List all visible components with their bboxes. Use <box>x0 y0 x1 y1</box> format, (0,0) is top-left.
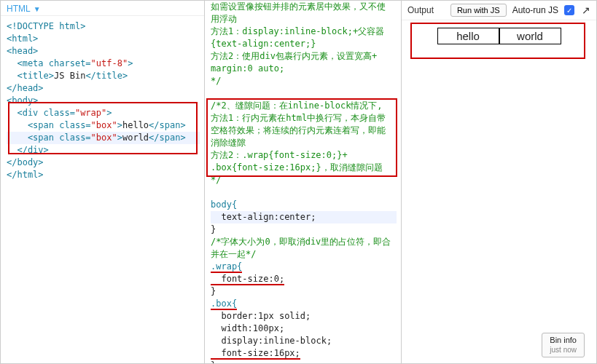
css-panel: 如需设置像按钮并排的元素居中效果，又不使用浮动方法1：display:inlin… <box>205 1 402 363</box>
run-with-js-button[interactable]: Run with JS <box>450 4 507 17</box>
bin-info-button[interactable]: Bin info just now <box>542 333 585 357</box>
auto-run-checkbox[interactable]: ✓ <box>564 5 574 15</box>
preview-wrap: helloworld <box>409 28 589 44</box>
preview-box-world: world <box>499 28 561 44</box>
wrap-selector: .wrap{ <box>211 261 242 273</box>
open-new-window-icon[interactable]: ↗ <box>582 4 590 16</box>
box-selector: .box{ <box>211 298 237 310</box>
chevron-down-icon[interactable]: ▼ <box>34 5 41 13</box>
auto-run-label: Auto-run JS <box>512 5 558 15</box>
output-tab[interactable]: Output <box>407 5 434 15</box>
output-panel: Output Run with JS Auto-run JS ✓ ↗ hello… <box>402 1 596 363</box>
html-tab[interactable]: HTML <box>7 4 31 14</box>
bin-info-label: Bin info <box>550 335 577 345</box>
html-editor[interactable]: <!DOCTYPE html><html><head> <meta charse… <box>1 16 204 186</box>
html-tab-bar: HTML ▼ <box>1 1 204 16</box>
preview-box-hello: hello <box>437 28 499 44</box>
code-line: <!DOCTYPE html> <box>7 21 85 31</box>
bin-info-time: just now <box>550 345 577 355</box>
output-toolbar: Output Run with JS Auto-run JS ✓ ↗ <box>402 1 596 20</box>
css-editor[interactable]: 如需设置像按钮并排的元素居中效果，又不使用浮动方法1：display:inlin… <box>205 1 401 363</box>
output-preview: helloworld <box>402 20 596 52</box>
html-panel: HTML ▼ <!DOCTYPE html><html><head> <meta… <box>1 1 205 363</box>
jsbin-app: HTML ▼ <!DOCTYPE html><html><head> <meta… <box>0 0 597 364</box>
